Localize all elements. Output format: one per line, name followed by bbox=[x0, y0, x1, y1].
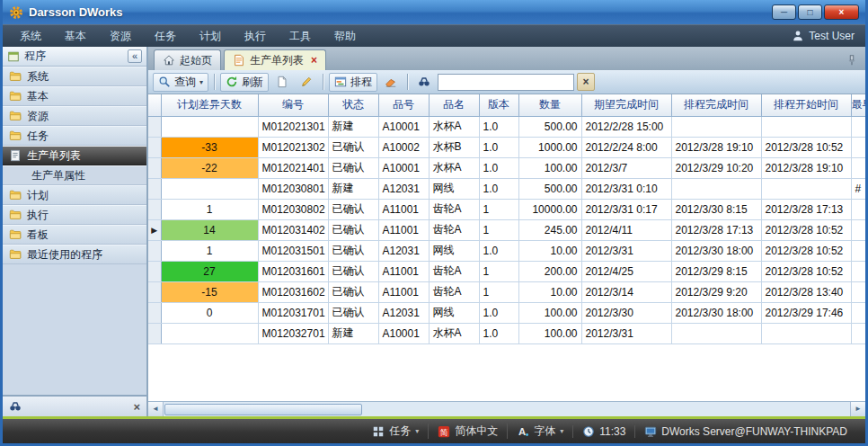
status-tasks[interactable]: 任务▾ bbox=[363, 424, 428, 439]
column-header-8[interactable]: 排程完成时间 bbox=[671, 94, 761, 116]
sidebar-item-8[interactable]: 看板 bbox=[3, 225, 146, 245]
menu-item-2[interactable]: 资源 bbox=[98, 25, 143, 48]
sidebar-item-0[interactable]: 系统 bbox=[3, 67, 146, 86]
clear-filter-icon[interactable]: × bbox=[133, 400, 140, 414]
column-header-4[interactable]: 品名 bbox=[429, 94, 479, 116]
cell-sched-start: 2012/3/28 10:52 bbox=[761, 219, 851, 240]
sidebar-item-9[interactable]: 最近使用的程序 bbox=[3, 245, 146, 264]
sidebar-title: 程序 bbox=[24, 49, 123, 64]
column-header-1[interactable]: 编号 bbox=[258, 94, 328, 116]
table-row[interactable]: -15M012031602已确认A11001齿轮A110.002012/3/14… bbox=[148, 281, 865, 302]
schedule-button[interactable]: 排程 bbox=[329, 73, 377, 92]
pin-icon[interactable] bbox=[846, 54, 858, 67]
cell-qty: 245.00 bbox=[518, 219, 581, 240]
lang-icon: 简 bbox=[438, 425, 450, 438]
sidebar-item-1[interactable]: 基本 bbox=[3, 86, 146, 106]
sidebar: 程序 « 系统基本资源任务生产单列表生产单属性计划执行看板最近使用的程序 × bbox=[3, 47, 148, 416]
sidebar-item-3[interactable]: 任务 bbox=[3, 126, 146, 146]
column-header-10[interactable]: 最早开始时间 bbox=[851, 94, 865, 116]
toolbar-separator bbox=[214, 74, 215, 90]
query-button[interactable]: 查询▾ bbox=[153, 73, 208, 92]
tab-1[interactable]: 生产单列表× bbox=[224, 49, 326, 70]
menu-item-1[interactable]: 基本 bbox=[53, 25, 98, 48]
clear-search-button[interactable]: × bbox=[577, 73, 595, 91]
status-font[interactable]: A字体▾ bbox=[507, 424, 572, 439]
scroll-left-arrow-icon[interactable]: ◄ bbox=[148, 402, 164, 416]
table-row[interactable]: -22M012021401已确认A10001水杯A1.0100.002012/3… bbox=[148, 157, 865, 178]
sidebar-item-5[interactable]: 生产单属性 bbox=[3, 165, 146, 185]
close-button[interactable]: × bbox=[824, 4, 859, 20]
table-row[interactable]: M012030801新建A12031网线1.0500.002012/3/31 0… bbox=[148, 178, 865, 199]
cell-extra: # bbox=[851, 178, 865, 199]
cell-extra bbox=[851, 219, 865, 240]
cell-version: 1 bbox=[479, 281, 518, 302]
table-row[interactable]: 1M012030802已确认A11001齿轮A110000.002012/3/3… bbox=[148, 199, 865, 219]
table-row[interactable]: 27M012031601已确认A11001齿轮A1200.002012/4/25… bbox=[148, 261, 865, 281]
tab-strip: 起始页生产单列表× bbox=[148, 47, 865, 70]
cell-status: 新建 bbox=[328, 178, 378, 199]
cell-plan-diff-days: -22 bbox=[161, 157, 258, 178]
refresh-button[interactable]: 刷新 bbox=[220, 73, 269, 92]
menu-item-6[interactable]: 工具 bbox=[278, 25, 323, 48]
cell-sched-start: 2012/3/28 10:52 bbox=[761, 261, 851, 281]
menu-item-7[interactable]: 帮助 bbox=[323, 25, 368, 48]
column-header-0[interactable]: 计划差异天数 bbox=[161, 94, 258, 116]
column-header-9[interactable]: 排程开始时间 bbox=[761, 94, 851, 116]
status-language[interactable]: 简简体中文 bbox=[428, 424, 507, 439]
sidebar-item-6[interactable]: 计划 bbox=[3, 185, 146, 205]
sidebar-item-list: 系统基本资源任务生产单列表生产单属性计划执行看板最近使用的程序 bbox=[3, 67, 146, 264]
title-bar[interactable]: Darsson DWorks ─ □ × bbox=[3, 0, 865, 24]
scrollbar-thumb[interactable] bbox=[164, 404, 362, 415]
cell-sched-finish: 2012/3/30 18:00 bbox=[671, 240, 761, 261]
maximize-button[interactable]: □ bbox=[798, 4, 822, 20]
column-header-7[interactable]: 期望完成时间 bbox=[581, 94, 671, 116]
column-header-5[interactable]: 版本 bbox=[479, 94, 518, 116]
sidebar-filter[interactable]: × bbox=[3, 395, 146, 416]
scrollbar-track[interactable] bbox=[164, 402, 850, 416]
minimize-button[interactable]: ─ bbox=[772, 4, 796, 20]
status-clock[interactable]: 11:33 bbox=[572, 425, 634, 438]
cell-order-no: M012031601 bbox=[258, 261, 328, 281]
horizontal-scrollbar[interactable]: ◄ ► bbox=[148, 401, 865, 416]
table-row[interactable]: 1M012031501已确认A12031网线1.010.002012/3/312… bbox=[148, 240, 865, 261]
table-row[interactable]: ▶14M012031402已确认A11001齿轮A1245.002012/4/1… bbox=[148, 219, 865, 240]
edit-button[interactable] bbox=[296, 73, 317, 92]
cell-sched-finish: 2012/3/28 17:13 bbox=[671, 219, 761, 240]
tab-close-icon[interactable]: × bbox=[311, 54, 317, 67]
collapse-sidebar-button[interactable]: « bbox=[128, 49, 142, 63]
table-row[interactable]: 0M012031701已确认A12031网线1.0100.002012/3/30… bbox=[148, 302, 865, 323]
user-info[interactable]: Test User bbox=[792, 30, 860, 42]
menu-item-4[interactable]: 计划 bbox=[188, 25, 233, 48]
cell-expected-finish: 2012/3/14 bbox=[581, 281, 671, 302]
cell-extra bbox=[851, 281, 865, 302]
cell-expected-finish: 2012/4/25 bbox=[581, 261, 671, 281]
table-row[interactable]: M012032701新建A10001水杯A1.0100.002012/3/31 bbox=[148, 323, 865, 343]
tab-0[interactable]: 起始页 bbox=[154, 49, 221, 70]
column-header-6[interactable]: 数量 bbox=[518, 94, 581, 116]
sidebar-item-7[interactable]: 执行 bbox=[3, 205, 146, 225]
menu-item-5[interactable]: 执行 bbox=[233, 25, 278, 48]
menu-item-3[interactable]: 任务 bbox=[143, 25, 188, 48]
status-server[interactable]: DWorks Server@FUNWAY-THINKPAD bbox=[634, 425, 856, 438]
scroll-right-arrow-icon[interactable]: ► bbox=[850, 402, 865, 416]
find-button[interactable] bbox=[413, 73, 435, 92]
table-row[interactable]: -33M012021302已确认A10002水杯B1.01000.002012/… bbox=[148, 137, 865, 157]
toolbar-search-input[interactable] bbox=[438, 74, 574, 91]
menu-item-0[interactable]: 系统 bbox=[8, 25, 53, 48]
cell-status: 新建 bbox=[328, 323, 378, 343]
sidebar-item-label: 看板 bbox=[27, 227, 49, 243]
row-indicator-cell bbox=[148, 302, 161, 323]
sidebar-item-2[interactable]: 资源 bbox=[3, 106, 146, 126]
row-indicator-cell bbox=[148, 261, 161, 281]
dropdown-caret-icon: ▾ bbox=[560, 427, 563, 435]
row-indicator-cell bbox=[148, 157, 161, 178]
table-row[interactable]: M012021301新建A10001水杯A1.0500.002012/2/28 … bbox=[148, 116, 865, 137]
clear-schedule-button[interactable] bbox=[380, 73, 402, 92]
user-icon bbox=[792, 30, 804, 42]
column-header-3[interactable]: 品号 bbox=[378, 94, 429, 116]
cell-extra bbox=[851, 261, 865, 281]
cell-item-no: A12031 bbox=[378, 302, 429, 323]
column-header-2[interactable]: 状态 bbox=[328, 94, 378, 116]
sidebar-item-4[interactable]: 生产单列表 bbox=[3, 146, 146, 165]
new-button[interactable] bbox=[271, 73, 293, 92]
